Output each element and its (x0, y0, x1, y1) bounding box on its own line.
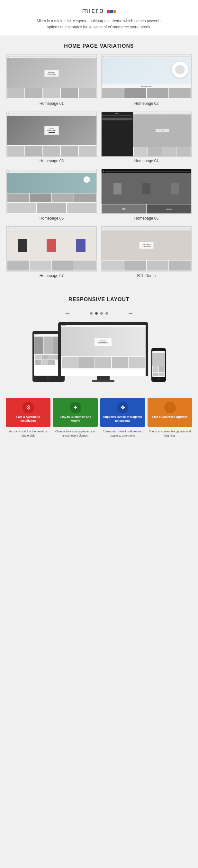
homepage-item-04[interactable]: Menu Featured Products (101, 112, 192, 164)
devices-container: MICRO (0, 319, 198, 388)
feature-desc-free-updates: Shopshark guarantee updates and bug fixe… (148, 430, 192, 438)
thumb-hero-box: WomensCollection (44, 70, 58, 77)
homepage-thumb-rtl[interactable]: WomensCollection (101, 226, 192, 272)
monitor-screen: MICRO Womens Collection (61, 325, 146, 376)
homepage-item-03[interactable]: Summer Collection Homepage 03 (6, 112, 97, 164)
gear-icon: ⚙ (26, 404, 31, 411)
features-desc-row: You can install this theme with a single… (3, 427, 195, 441)
homepage-label-rtl: RTL Demo (101, 273, 192, 279)
responsive-layout-section: RESPONSIVE LAYOUT ← → MICRO (0, 289, 198, 392)
resp-dot-4 (106, 312, 108, 315)
homepage-label-05: Homepage 05 (6, 216, 97, 222)
homepage-label-06: Homepage 06 (101, 216, 192, 222)
feature-icon-fast-install: ⚙ (23, 402, 34, 413)
left-arrow: ← (64, 310, 71, 317)
logo-text: micro (82, 6, 104, 14)
feature-title-fast-install: Fast & Automatic Installation (8, 415, 48, 423)
header-description: Micro is a minimalist Magento multipurpo… (32, 18, 166, 30)
thumb-prod-item (7, 88, 25, 98)
homepage-item-01[interactable]: WomensCollection Homepage 01 (6, 54, 97, 107)
thumb-main-04: Featured Products (133, 112, 191, 156)
homepage-variations-title: HOME PAGE VARIATIONS (0, 35, 198, 54)
homepage-label-03: Homepage 03 (6, 159, 97, 164)
responsive-dots (90, 312, 108, 315)
thumb-hero-box-rtl: WomensCollection (139, 242, 153, 249)
features-row: ⚙ Fast & Automatic Installation ✦ Easy t… (3, 398, 195, 427)
homepage-thumb-02[interactable]: Electronics Item (101, 54, 192, 99)
logo-sq-blue (110, 10, 113, 13)
thumb-nav-04 (133, 112, 191, 115)
thumb-nav-rtl (102, 227, 191, 230)
logo-squares (107, 10, 116, 13)
homepage-label-07: Homepage 07 (6, 273, 97, 279)
monitor-logo: MICRO (62, 325, 66, 327)
feature-desc-magento-ext: Comes with in-built modules and supports… (100, 430, 145, 438)
homepage-thumb-01[interactable]: WomensCollection (6, 54, 97, 99)
thumb-products-07 (7, 260, 96, 271)
homepage-item-02[interactable]: Electronics Item Homepage 02 (101, 54, 192, 107)
homepage-thumb-06[interactable]: 50% BIG SALE (101, 169, 192, 214)
phone-speaker (152, 350, 165, 350)
homepage-thumb-04[interactable]: Menu Featured Products (101, 112, 192, 157)
thumb-products-03 (7, 145, 96, 156)
monitor-nav-links (122, 326, 145, 326)
thumb-products-05 (7, 203, 96, 214)
thumb-sidebar-04: Menu (102, 112, 133, 156)
monitor-hero: Womens Collection (61, 327, 146, 356)
phone-device: ≡ (151, 348, 166, 382)
phone-screen: ≡ (152, 351, 165, 377)
responsive-arrow-row: ← → (0, 308, 198, 319)
thumb-hero-box-03: Summer Collection (44, 126, 59, 135)
feature-desc-fast-install: You can install this theme with a single… (6, 430, 50, 438)
thumb-hero-03: Summer Collection (7, 116, 96, 145)
feature-title-easy-customize: Easy to Customize and Modify (55, 415, 95, 423)
thumb-hero-rtl: WomensCollection (102, 230, 191, 260)
homepage-item-rtl[interactable]: WomensCollection RTL Demo (101, 226, 192, 279)
logo-sq-orange (114, 10, 116, 13)
homepage-thumb-05[interactable]: • (6, 169, 97, 214)
customize-icon: ✦ (73, 404, 78, 411)
thumb-hero: WomensCollection (7, 58, 96, 88)
thumb-banner-06: 50% BIG SALE (102, 204, 191, 214)
homepage-item-06[interactable]: 50% BIG SALE Homepage 06 (101, 169, 192, 222)
thumb-prod-item (25, 88, 42, 98)
responsive-layout-title: RESPONSIVE LAYOUT (0, 289, 198, 308)
resp-dot-3 (100, 312, 103, 315)
thumb-nav-06 (102, 169, 191, 173)
feature-card-free-updates: ↑ Free Guaranteed Updates (148, 398, 192, 427)
thumb-prod-item (61, 88, 78, 98)
thumb-prod-item (79, 88, 96, 98)
thumb-nav-05 (7, 169, 96, 173)
monitor-products (61, 356, 146, 369)
phone-hero (152, 353, 165, 366)
monitor-stand (97, 376, 110, 380)
homepage-thumb-07[interactable] (6, 226, 97, 272)
homepage-item-07[interactable]: Homepage 07 (6, 226, 97, 279)
thumb-nav-02 (102, 55, 191, 58)
features-section: ⚙ Fast & Automatic Installation ✦ Easy t… (0, 392, 198, 444)
logo: micro (13, 6, 185, 15)
monitor-frame: MICRO Womens Collection (58, 322, 148, 376)
homepage-item-05[interactable]: • Homepage 05 (6, 169, 97, 222)
homepage-label-01: Homepage 01 (6, 101, 97, 107)
resp-dot-2 (95, 312, 98, 315)
phone-home-btn (152, 378, 165, 380)
feature-card-magento-ext: ❖ Supports Bunch of Magento Extensions (100, 398, 145, 427)
feature-icon-free-updates: ↑ (164, 402, 176, 413)
homepage-thumb-03[interactable]: Summer Collection (6, 112, 97, 157)
thumb-hero-06 (102, 173, 191, 204)
feature-card-easy-customize: ✦ Easy to Customize and Modify (53, 398, 98, 427)
resp-dot-1 (90, 312, 92, 315)
thumb-products (7, 88, 96, 99)
thumb-products-02 (102, 88, 191, 99)
phone-products-2 (152, 373, 165, 377)
phone-products (152, 366, 165, 373)
homepage-grid: WomensCollection Homepage 01 (0, 54, 198, 286)
thumb-prod-item (43, 88, 60, 98)
feature-title-free-updates: Free Guaranteed Updates (152, 415, 188, 419)
thumb-mini-gallery (7, 193, 96, 203)
thumb-nav (7, 55, 96, 58)
monitor-base (92, 380, 114, 382)
thumb-nav-03 (7, 112, 96, 116)
thumb-products-rtl (102, 260, 191, 271)
